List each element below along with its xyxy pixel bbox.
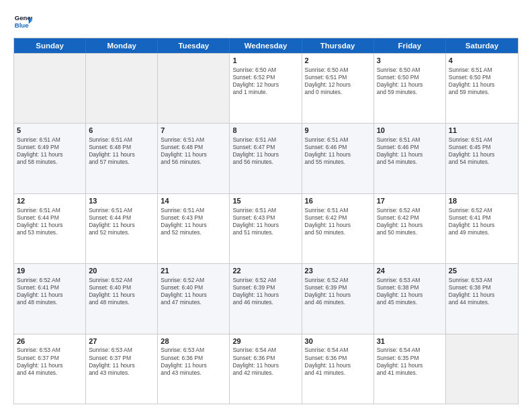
- header: General Blue: [13, 12, 519, 31]
- day-info: Sunrise: 6:51 AM Sunset: 6:42 PM Dayligh…: [305, 207, 371, 236]
- day-number: 12: [17, 196, 83, 206]
- calendar-day-9: 9Sunrise: 6:51 AM Sunset: 6:46 PM Daylig…: [302, 124, 374, 193]
- calendar-day-1: 1Sunrise: 6:50 AM Sunset: 6:52 PM Daylig…: [230, 54, 302, 123]
- day-number: 28: [161, 336, 226, 347]
- calendar-day-empty: [158, 54, 230, 123]
- calendar-day-19: 19Sunrise: 6:52 AM Sunset: 6:41 PM Dayli…: [14, 264, 86, 333]
- day-info: Sunrise: 6:54 AM Sunset: 6:36 PM Dayligh…: [232, 347, 298, 376]
- day-info: Sunrise: 6:50 AM Sunset: 6:52 PM Dayligh…: [232, 66, 298, 96]
- calendar-week-2: 5Sunrise: 6:51 AM Sunset: 6:49 PM Daylig…: [14, 123, 518, 193]
- day-info: Sunrise: 6:51 AM Sunset: 6:45 PM Dayligh…: [449, 136, 515, 166]
- day-info: Sunrise: 6:52 AM Sunset: 6:41 PM Dayligh…: [17, 277, 83, 306]
- day-info: Sunrise: 6:51 AM Sunset: 6:43 PM Dayligh…: [232, 207, 298, 236]
- day-number: 31: [377, 336, 443, 347]
- day-info: Sunrise: 6:51 AM Sunset: 6:47 PM Dayligh…: [232, 136, 298, 166]
- day-number: 5: [17, 126, 83, 136]
- day-info: Sunrise: 6:52 AM Sunset: 6:42 PM Dayligh…: [377, 207, 443, 236]
- calendar-day-25: 25Sunrise: 6:53 AM Sunset: 6:38 PM Dayli…: [446, 264, 518, 333]
- calendar-day-16: 16Sunrise: 6:51 AM Sunset: 6:42 PM Dayli…: [302, 194, 374, 263]
- day-number: 13: [89, 196, 154, 206]
- day-number: 7: [161, 126, 226, 136]
- page: General Blue SundayMondayTuesdayWednesda…: [0, 0, 532, 411]
- header-cell-friday: Friday: [374, 38, 446, 53]
- day-number: 25: [449, 266, 515, 276]
- day-number: 22: [232, 266, 298, 276]
- day-number: 27: [89, 336, 154, 347]
- header-cell-tuesday: Tuesday: [158, 38, 230, 53]
- calendar-day-12: 12Sunrise: 6:51 AM Sunset: 6:44 PM Dayli…: [14, 194, 86, 263]
- day-number: 1: [232, 56, 298, 66]
- calendar-day-30: 30Sunrise: 6:54 AM Sunset: 6:36 PM Dayli…: [302, 334, 374, 404]
- day-info: Sunrise: 6:51 AM Sunset: 6:43 PM Dayligh…: [161, 207, 226, 236]
- day-info: Sunrise: 6:52 AM Sunset: 6:40 PM Dayligh…: [89, 277, 154, 306]
- day-info: Sunrise: 6:54 AM Sunset: 6:35 PM Dayligh…: [377, 347, 443, 376]
- calendar-day-29: 29Sunrise: 6:54 AM Sunset: 6:36 PM Dayli…: [230, 334, 302, 404]
- header-cell-thursday: Thursday: [302, 38, 374, 53]
- day-info: Sunrise: 6:53 AM Sunset: 6:36 PM Dayligh…: [161, 347, 226, 376]
- calendar-day-8: 8Sunrise: 6:51 AM Sunset: 6:47 PM Daylig…: [230, 124, 302, 193]
- day-number: 21: [161, 266, 226, 276]
- day-info: Sunrise: 6:50 AM Sunset: 6:50 PM Dayligh…: [377, 66, 443, 96]
- calendar-day-3: 3Sunrise: 6:50 AM Sunset: 6:50 PM Daylig…: [374, 54, 446, 123]
- calendar-day-11: 11Sunrise: 6:51 AM Sunset: 6:45 PM Dayli…: [446, 124, 518, 193]
- day-number: 4: [449, 56, 515, 66]
- calendar-day-28: 28Sunrise: 6:53 AM Sunset: 6:36 PM Dayli…: [158, 334, 230, 404]
- day-info: Sunrise: 6:52 AM Sunset: 6:40 PM Dayligh…: [161, 277, 226, 306]
- calendar-day-10: 10Sunrise: 6:51 AM Sunset: 6:46 PM Dayli…: [374, 124, 446, 193]
- header-cell-sunday: Sunday: [14, 38, 86, 53]
- day-info: Sunrise: 6:51 AM Sunset: 6:46 PM Dayligh…: [377, 136, 443, 166]
- day-number: 15: [232, 196, 298, 206]
- calendar-day-5: 5Sunrise: 6:51 AM Sunset: 6:49 PM Daylig…: [14, 124, 86, 193]
- day-info: Sunrise: 6:51 AM Sunset: 6:49 PM Dayligh…: [17, 136, 83, 166]
- day-info: Sunrise: 6:53 AM Sunset: 6:37 PM Dayligh…: [17, 347, 83, 376]
- calendar-header-row: SundayMondayTuesdayWednesdayThursdayFrid…: [14, 38, 518, 53]
- calendar-day-4: 4Sunrise: 6:51 AM Sunset: 6:50 PM Daylig…: [446, 54, 518, 123]
- day-info: Sunrise: 6:52 AM Sunset: 6:41 PM Dayligh…: [449, 207, 515, 236]
- calendar-day-31: 31Sunrise: 6:54 AM Sunset: 6:35 PM Dayli…: [374, 334, 446, 404]
- day-info: Sunrise: 6:53 AM Sunset: 6:37 PM Dayligh…: [89, 347, 154, 376]
- day-info: Sunrise: 6:53 AM Sunset: 6:38 PM Dayligh…: [377, 277, 443, 306]
- day-number: 19: [17, 266, 83, 276]
- calendar-day-21: 21Sunrise: 6:52 AM Sunset: 6:40 PM Dayli…: [158, 264, 230, 333]
- calendar-day-6: 6Sunrise: 6:51 AM Sunset: 6:48 PM Daylig…: [86, 124, 158, 193]
- calendar-day-2: 2Sunrise: 6:50 AM Sunset: 6:51 PM Daylig…: [302, 54, 374, 123]
- day-number: 24: [377, 266, 443, 276]
- day-number: 16: [305, 196, 371, 206]
- day-info: Sunrise: 6:53 AM Sunset: 6:38 PM Dayligh…: [449, 277, 515, 306]
- calendar-day-14: 14Sunrise: 6:51 AM Sunset: 6:43 PM Dayli…: [158, 194, 230, 263]
- day-number: 26: [17, 336, 83, 347]
- day-info: Sunrise: 6:51 AM Sunset: 6:44 PM Dayligh…: [17, 207, 83, 236]
- day-number: 2: [305, 56, 371, 66]
- calendar-day-23: 23Sunrise: 6:52 AM Sunset: 6:39 PM Dayli…: [302, 264, 374, 333]
- day-number: 14: [161, 196, 226, 206]
- day-number: 29: [232, 336, 298, 347]
- calendar-day-empty: [446, 334, 518, 404]
- calendar-day-15: 15Sunrise: 6:51 AM Sunset: 6:43 PM Dayli…: [230, 194, 302, 263]
- day-number: 8: [232, 126, 298, 136]
- calendar: SundayMondayTuesdayWednesdayThursdayFrid…: [13, 38, 519, 404]
- logo-icon: General Blue: [13, 12, 32, 31]
- header-cell-monday: Monday: [86, 38, 158, 53]
- day-info: Sunrise: 6:54 AM Sunset: 6:36 PM Dayligh…: [305, 347, 371, 376]
- calendar-week-5: 26Sunrise: 6:53 AM Sunset: 6:37 PM Dayli…: [14, 334, 518, 404]
- svg-text:Blue: Blue: [15, 21, 29, 29]
- day-info: Sunrise: 6:51 AM Sunset: 6:48 PM Dayligh…: [89, 136, 154, 166]
- calendar-day-20: 20Sunrise: 6:52 AM Sunset: 6:40 PM Dayli…: [86, 264, 158, 333]
- day-number: 17: [377, 196, 443, 206]
- day-number: 3: [377, 56, 443, 66]
- day-info: Sunrise: 6:52 AM Sunset: 6:39 PM Dayligh…: [305, 277, 371, 306]
- calendar-day-13: 13Sunrise: 6:51 AM Sunset: 6:44 PM Dayli…: [86, 194, 158, 263]
- calendar-day-empty: [14, 54, 86, 123]
- calendar-day-18: 18Sunrise: 6:52 AM Sunset: 6:41 PM Dayli…: [446, 194, 518, 263]
- day-number: 30: [305, 336, 371, 347]
- calendar-day-7: 7Sunrise: 6:51 AM Sunset: 6:48 PM Daylig…: [158, 124, 230, 193]
- day-number: 20: [89, 266, 154, 276]
- day-number: 11: [449, 126, 515, 136]
- day-number: 23: [305, 266, 371, 276]
- calendar-day-27: 27Sunrise: 6:53 AM Sunset: 6:37 PM Dayli…: [86, 334, 158, 404]
- day-info: Sunrise: 6:51 AM Sunset: 6:44 PM Dayligh…: [89, 207, 154, 236]
- day-info: Sunrise: 6:51 AM Sunset: 6:46 PM Dayligh…: [305, 136, 371, 166]
- calendar-day-22: 22Sunrise: 6:52 AM Sunset: 6:39 PM Dayli…: [230, 264, 302, 333]
- calendar-week-4: 19Sunrise: 6:52 AM Sunset: 6:41 PM Dayli…: [14, 263, 518, 333]
- day-info: Sunrise: 6:52 AM Sunset: 6:39 PM Dayligh…: [232, 277, 298, 306]
